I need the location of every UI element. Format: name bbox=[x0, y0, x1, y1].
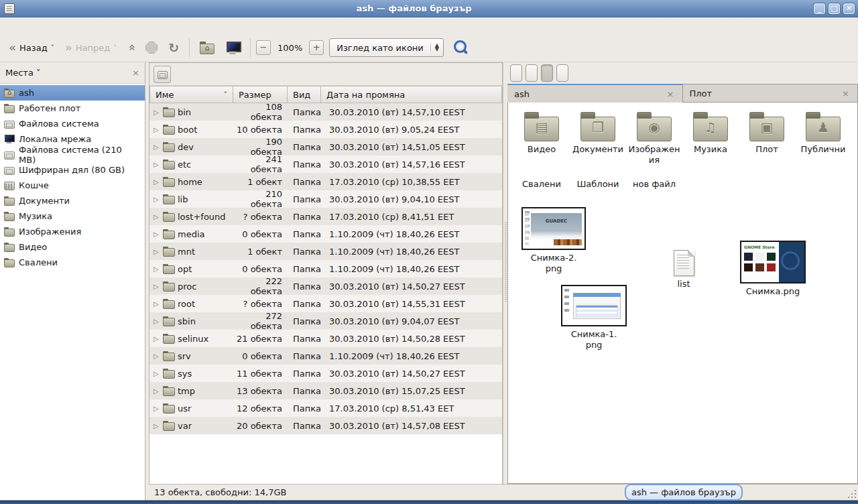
menu-item[interactable] bbox=[16, 23, 29, 27]
expander-icon[interactable]: ▷ bbox=[154, 387, 160, 395]
expander-icon[interactable]: ▷ bbox=[154, 335, 160, 342]
sidebar-item[interactable]: Работен плот bbox=[0, 101, 145, 116]
back-dropdown-icon[interactable]: ˅ bbox=[51, 44, 54, 52]
zoom-out-button[interactable]: − bbox=[256, 40, 271, 55]
grid-item[interactable]: ↓ Свалени bbox=[513, 176, 570, 190]
grid-item[interactable]: ❐ Документи bbox=[570, 111, 626, 155]
search-button[interactable] bbox=[452, 39, 469, 56]
table-row[interactable]: ▷ tmp 13 обекта Папка 30.03.2010 (вт) 15… bbox=[149, 382, 502, 399]
expander-icon[interactable]: ▷ bbox=[154, 405, 160, 412]
sidebar-item[interactable]: Шифриран дял (80 GB) bbox=[0, 162, 145, 178]
column-header-size[interactable]: Размер bbox=[233, 86, 288, 103]
grid-item[interactable]: ♟ Публични bbox=[795, 111, 851, 155]
table-row[interactable]: ▷ mnt 1 обект Папка 1.10.2009 (чт) 18,40… bbox=[149, 243, 502, 260]
grid-item[interactable]: list bbox=[656, 245, 712, 290]
expander-icon[interactable]: ▷ bbox=[154, 126, 160, 133]
expander-icon[interactable]: ▷ bbox=[154, 196, 160, 203]
pathbar-button[interactable]: Работен плот bbox=[556, 64, 568, 82]
forward-button[interactable]: » Напред ˅ bbox=[60, 39, 122, 56]
expander-icon[interactable]: ▷ bbox=[154, 283, 160, 290]
menu-item[interactable] bbox=[3, 23, 16, 27]
tab[interactable]: ash × bbox=[507, 84, 683, 103]
table-row[interactable]: ▷ lost+found ? обекта Папка 17.03.2010 (… bbox=[149, 208, 502, 225]
resize-grip[interactable] bbox=[847, 489, 857, 499]
tab-close-icon[interactable]: × bbox=[666, 89, 676, 99]
sidebar-item[interactable]: Музика bbox=[0, 208, 145, 224]
table-row[interactable]: ▷ root ? обекта Папка 30.03.2010 (вт) 14… bbox=[149, 295, 502, 312]
menu-item[interactable] bbox=[70, 23, 83, 27]
table-row[interactable]: ▷ sbin 272 обекта Папка 30.03.2010 (вт) … bbox=[149, 312, 502, 330]
menu-item[interactable] bbox=[56, 23, 70, 27]
forward-dropdown-icon[interactable]: ˅ bbox=[113, 44, 117, 52]
reload-button[interactable]: ↻ bbox=[164, 37, 184, 58]
minimize-button[interactable]: _ bbox=[813, 3, 826, 15]
icon-view[interactable]: ▤ Видео ❐ Документи ◉ Изображен ия ♫ bbox=[507, 103, 858, 484]
table-row[interactable]: ▷ media 0 обекта Папка 1.10.2009 (чт) 18… bbox=[149, 225, 502, 243]
expander-icon[interactable]: ▷ bbox=[154, 178, 160, 186]
expander-icon[interactable]: ▷ bbox=[154, 422, 160, 430]
sidebar-item[interactable]: Файлова система bbox=[0, 116, 145, 131]
column-header-date[interactable]: Дата на промяна bbox=[321, 86, 502, 103]
places-selector[interactable]: Места ˅ bbox=[5, 68, 132, 78]
expander-icon[interactable]: ▷ bbox=[154, 265, 160, 273]
expander-icon[interactable]: ▷ bbox=[154, 318, 160, 325]
pathbar-button[interactable] bbox=[510, 64, 522, 82]
pane-splitter[interactable] bbox=[503, 62, 507, 484]
zoom-in-button[interactable]: + bbox=[309, 40, 324, 55]
column-header-kind[interactable]: Вид bbox=[288, 86, 321, 103]
taskbar-window-button[interactable]: ash — файлов браузър bbox=[625, 484, 743, 501]
grid-item[interactable]: Снимка-2. png bbox=[513, 204, 594, 274]
expander-icon[interactable]: ▷ bbox=[154, 248, 160, 255]
grid-item[interactable]: ❏ Шаблони bbox=[570, 176, 626, 190]
grid-item[interactable]: Снимка-1. png bbox=[554, 282, 634, 351]
computer-button[interactable] bbox=[221, 38, 245, 57]
sidebar-item[interactable]: Видео bbox=[0, 239, 145, 255]
sidebar-item[interactable]: Изображения bbox=[0, 224, 145, 239]
table-row[interactable]: ▷ usr 12 обекта Папка 17.03.2010 (ср) 8,… bbox=[149, 399, 502, 417]
pathbar-button[interactable]: home bbox=[526, 64, 538, 82]
menu-item[interactable] bbox=[29, 23, 43, 27]
table-row[interactable]: ▷ sys 11 обекта Папка 30.03.2010 (вт) 14… bbox=[149, 365, 502, 382]
expander-icon[interactable]: ▷ bbox=[154, 143, 160, 151]
expander-icon[interactable]: ▷ bbox=[154, 231, 160, 238]
expander-icon[interactable]: ▷ bbox=[154, 213, 160, 220]
sidebar-item[interactable]: Кошче bbox=[0, 178, 145, 193]
back-button[interactable]: « Назад ˅ bbox=[4, 39, 59, 56]
expander-icon[interactable]: ▷ bbox=[154, 161, 160, 168]
tab-close-icon[interactable]: × bbox=[841, 88, 851, 99]
home-button[interactable]: ⌂ bbox=[195, 38, 219, 58]
grid-item[interactable]: ▤ Видео bbox=[513, 111, 570, 155]
root-filesystem-button[interactable] bbox=[154, 66, 171, 83]
sidebar-close-icon[interactable]: × bbox=[132, 68, 139, 78]
menu-item[interactable] bbox=[43, 23, 56, 27]
grid-item[interactable]: нов файл bbox=[626, 176, 682, 190]
table-row[interactable]: ▷ selinux 21 обекта Папка 30.03.2010 (вт… bbox=[149, 330, 502, 347]
sidebar-item[interactable]: Документи bbox=[0, 193, 145, 208]
table-row[interactable]: ▷ proc 222 обекта Папка 30.03.2010 (вт) … bbox=[149, 277, 502, 295]
expander-icon[interactable]: ▷ bbox=[154, 300, 160, 308]
maximize-button[interactable]: □ bbox=[828, 3, 841, 15]
expander-icon[interactable]: ▷ bbox=[154, 109, 160, 116]
column-header-name[interactable]: Име ˅ bbox=[149, 86, 233, 103]
stop-button[interactable] bbox=[141, 38, 162, 57]
table-row[interactable]: ▷ opt 0 обекта Папка 1.10.2009 (чт) 18,4… bbox=[149, 260, 502, 277]
close-button[interactable]: ✕ bbox=[843, 3, 855, 15]
grid-item[interactable]: Снимка.png bbox=[729, 238, 816, 297]
grid-item[interactable]: ♫ Музика bbox=[682, 111, 739, 155]
table-row[interactable]: ▷ var 20 обекта Папка 30.03.2010 (вт) 14… bbox=[149, 417, 502, 434]
sidebar-item[interactable]: Файлова система (210 MB) bbox=[0, 147, 145, 162]
grid-item[interactable]: ▣ Плот bbox=[739, 111, 795, 155]
view-mode-select[interactable]: Изглед като икони ▲▼ bbox=[329, 38, 444, 57]
table-row[interactable]: ▷ dev 190 обекта Папка 30.03.2010 (вт) 1… bbox=[149, 138, 502, 155]
table-row[interactable]: ▷ srv 0 обекта Папка 1.10.2009 (чт) 18,4… bbox=[149, 347, 502, 365]
pathbar-button[interactable]: ash bbox=[541, 64, 553, 82]
expander-icon[interactable]: ▷ bbox=[154, 370, 160, 377]
grid-item[interactable]: ◉ Изображен ия bbox=[626, 111, 682, 166]
table-row[interactable]: ▷ bin 108 обекта Папка 30.03.2010 (вт) 1… bbox=[149, 103, 502, 121]
up-button[interactable]: » bbox=[123, 39, 139, 56]
table-row[interactable]: ▷ etc 241 обекта Папка 30.03.2010 (вт) 1… bbox=[149, 155, 502, 173]
table-row[interactable]: ▷ home 1 обект Папка 17.03.2010 (ср) 10,… bbox=[149, 173, 502, 190]
sidebar-item[interactable]: Свалени bbox=[0, 255, 145, 270]
expander-icon[interactable]: ▷ bbox=[154, 353, 160, 360]
table-row[interactable]: ▷ boot 10 обекта Папка 30.03.2010 (вт) 9… bbox=[149, 121, 502, 138]
